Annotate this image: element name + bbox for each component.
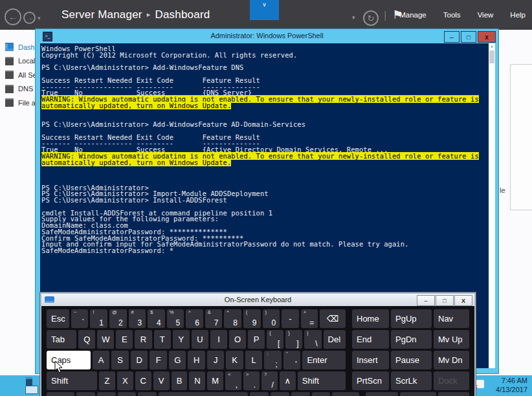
key-U[interactable]: U bbox=[192, 330, 208, 349]
key-blank[interactable] bbox=[118, 392, 137, 396]
key-M[interactable]: M bbox=[207, 371, 223, 390]
key-N[interactable]: N bbox=[189, 371, 205, 390]
menu-help[interactable]: Help bbox=[510, 11, 526, 19]
key-Q[interactable]: Q bbox=[78, 330, 95, 349]
key-Del[interactable]: Del bbox=[324, 330, 346, 349]
key-8[interactable]: *8 bbox=[224, 309, 241, 328]
key-H[interactable]: H bbox=[188, 351, 205, 369]
key-P[interactable]: P bbox=[248, 330, 265, 349]
key-blank[interactable] bbox=[332, 392, 359, 396]
key-S[interactable]: S bbox=[111, 351, 129, 369]
key-9[interactable]: (9 bbox=[243, 309, 261, 328]
key-F[interactable]: F bbox=[150, 351, 167, 369]
key-blank[interactable] bbox=[97, 392, 116, 396]
key-Esc[interactable]: Esc bbox=[47, 309, 69, 328]
key-A[interactable]: A bbox=[93, 351, 110, 369]
back-button[interactable]: ← bbox=[5, 8, 21, 25]
key-PrtScn[interactable]: PrtScn bbox=[352, 371, 389, 390]
menu-view[interactable]: View bbox=[478, 11, 494, 19]
key-blank[interactable] bbox=[159, 392, 248, 396]
key-T[interactable]: T bbox=[154, 330, 171, 349]
key-J[interactable]: J bbox=[207, 351, 225, 369]
scroll-up-icon[interactable]: ∧ bbox=[489, 43, 495, 50]
key-blank[interactable] bbox=[250, 392, 269, 396]
key-blank[interactable] bbox=[312, 392, 331, 396]
key-blank[interactable] bbox=[76, 392, 95, 396]
maximize-button[interactable]: □ bbox=[436, 295, 454, 306]
refresh-icon[interactable]: ↻ bbox=[363, 10, 379, 26]
key-0[interactable]: )0 bbox=[263, 309, 280, 328]
key-Insert[interactable]: Insert bbox=[352, 351, 389, 369]
taskbar-clock[interactable]: 7:46 AM 4/13/2017 bbox=[496, 377, 527, 394]
key-X[interactable]: X bbox=[117, 371, 133, 390]
key-D[interactable]: D bbox=[131, 351, 148, 369]
key-O[interactable]: O bbox=[229, 330, 246, 349]
key-Home[interactable]: Home bbox=[352, 309, 389, 328]
key-blank[interactable] bbox=[438, 392, 469, 396]
key-.[interactable]: >. bbox=[243, 371, 260, 390]
key-Shift[interactable]: Shift bbox=[298, 371, 346, 390]
minimize-button[interactable]: – bbox=[444, 31, 460, 43]
key-Dock[interactable]: Dock bbox=[434, 371, 469, 390]
key-End[interactable]: End bbox=[352, 330, 389, 349]
key-C[interactable]: C bbox=[135, 371, 151, 390]
breadcrumb-root[interactable]: Server Manager bbox=[61, 8, 142, 21]
key-R[interactable]: R bbox=[135, 330, 151, 349]
key-1[interactable]: !1 bbox=[90, 309, 107, 328]
powershell-titlebar[interactable]: >_ Administrator: Windows PowerShell – □… bbox=[36, 29, 498, 43]
key-E[interactable]: E bbox=[116, 330, 133, 349]
notifications-caret-icon[interactable]: ▾ bbox=[352, 14, 355, 21]
key-K[interactable]: K bbox=[226, 351, 243, 369]
caps-key[interactable]: Caps bbox=[47, 351, 91, 369]
key-Z[interactable]: Z bbox=[99, 371, 115, 390]
backspace-key[interactable]: ⌫ bbox=[320, 309, 346, 328]
key-ScrLk[interactable]: ScrLk bbox=[391, 371, 432, 390]
key-'[interactable]: "' bbox=[283, 351, 301, 369]
key-Pause[interactable]: Pause bbox=[391, 351, 432, 369]
key-;[interactable]: :; bbox=[264, 351, 282, 369]
key-V[interactable]: V bbox=[153, 371, 170, 390]
key-7[interactable]: &7 bbox=[205, 309, 223, 328]
key-6[interactable]: ^6 bbox=[186, 309, 203, 328]
key-Enter[interactable]: Enter bbox=[302, 351, 346, 369]
server-manager-taskbar-icon[interactable] bbox=[25, 377, 41, 394]
key-3[interactable]: #3 bbox=[129, 309, 146, 328]
console-scrollbar[interactable]: ∧ bbox=[489, 43, 495, 368]
key-B[interactable]: B bbox=[172, 371, 188, 390]
close-button[interactable]: x bbox=[478, 31, 496, 43]
menu-tools[interactable]: Tools bbox=[443, 11, 461, 19]
key-blank[interactable] bbox=[271, 392, 289, 396]
key-blank[interactable] bbox=[47, 392, 74, 396]
key-blank[interactable] bbox=[366, 392, 398, 396]
keyboard-titlebar[interactable]: On-Screen Keyboard – □ X bbox=[41, 294, 474, 306]
key-\[interactable]: |\ bbox=[304, 330, 321, 349]
key-Mv Dn[interactable]: Mv Dn bbox=[434, 351, 469, 369]
key-,[interactable]: <, bbox=[225, 371, 241, 390]
key-Y[interactable]: Y bbox=[173, 330, 190, 349]
menu-manage[interactable]: Manage bbox=[399, 11, 427, 19]
touch-keyboard-dock-tab[interactable]: ∨ bbox=[250, 0, 279, 20]
key--[interactable]: - bbox=[282, 309, 299, 328]
close-button[interactable]: X bbox=[454, 295, 472, 306]
key-2[interactable]: @2 bbox=[109, 309, 127, 328]
key-blank[interactable] bbox=[400, 392, 436, 396]
key-PgUp[interactable]: PgUp bbox=[391, 309, 432, 328]
key-=[interactable]: += bbox=[301, 309, 318, 328]
key-/[interactable]: ?/ bbox=[261, 371, 278, 390]
minimize-button[interactable]: – bbox=[417, 295, 435, 306]
forward-button[interactable]: → bbox=[23, 12, 36, 24]
key-I[interactable]: I bbox=[210, 330, 227, 349]
key-4[interactable]: $4 bbox=[148, 309, 165, 328]
key-Shift[interactable]: Shift bbox=[47, 371, 97, 390]
up-arrow-key[interactable]: ∧ bbox=[280, 371, 296, 390]
key-Nav[interactable]: Nav bbox=[434, 309, 469, 328]
key-][interactable]: }] bbox=[285, 330, 302, 349]
key-blank[interactable] bbox=[138, 392, 157, 396]
key-W[interactable]: W bbox=[97, 330, 114, 349]
key-Mv Up[interactable]: Mv Up bbox=[434, 330, 469, 349]
key-[[interactable]: {[ bbox=[267, 330, 283, 349]
key-blank[interactable] bbox=[291, 392, 310, 396]
key-Tab[interactable]: Tab bbox=[47, 330, 76, 349]
key-5[interactable]: %5 bbox=[167, 309, 184, 328]
key-G[interactable]: G bbox=[169, 351, 186, 369]
